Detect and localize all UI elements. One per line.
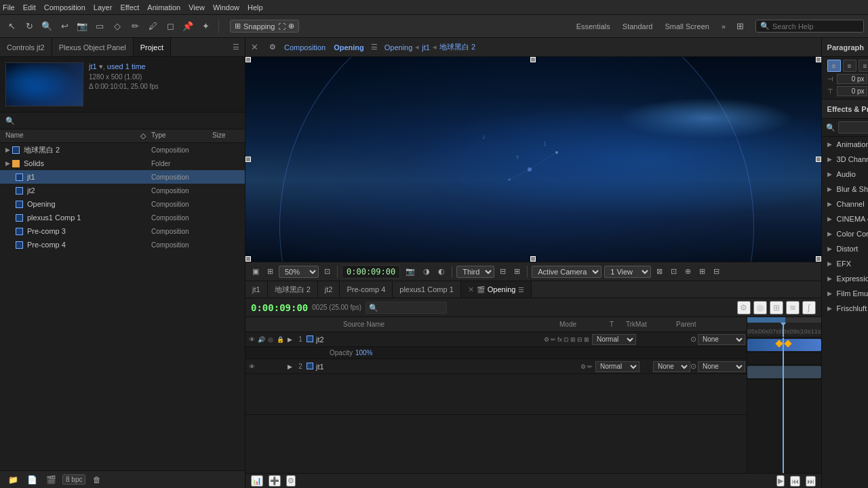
ep-cinema4d[interactable]: ▶ CINEMA 4D (822, 211, 868, 226)
tool-search[interactable]: 🔍 (39, 19, 54, 34)
view-mode-select[interactable]: Third Half Full (456, 266, 494, 278)
tl-tool-expressions[interactable]: ∫ (802, 301, 816, 314)
tool-undo[interactable]: ↩ (57, 19, 72, 34)
menu-view[interactable]: View (189, 3, 205, 12)
tool-mask-feather[interactable]: ◇ (110, 19, 125, 34)
opacity-val-1[interactable]: 100% (355, 349, 373, 357)
ep-channel[interactable]: ▶ Channel (822, 197, 868, 211)
tool-roto[interactable]: 🖊 (145, 19, 160, 34)
vt-grid[interactable]: ⊞ (511, 266, 523, 277)
menu-window[interactable]: Window (213, 3, 239, 12)
menu-help[interactable]: Help (248, 3, 263, 12)
handle-mt[interactable] (530, 57, 536, 62)
tl-tab-close[interactable]: ✕ (468, 285, 474, 294)
vt-fit[interactable]: ⊡ (321, 266, 333, 277)
new-comp-btn[interactable]: 🎬 (43, 472, 58, 487)
ep-animation-presets[interactable]: ▶ Animation Presets (822, 137, 868, 152)
views-select[interactable]: 1 View 2 Views (604, 266, 651, 278)
vt-safe-margins[interactable]: ⊟ (497, 266, 509, 277)
tl-tab-precomp4[interactable]: Pre-comp 4 (340, 281, 393, 298)
layer-trkmat-2[interactable]: None (653, 361, 690, 372)
project-search-input[interactable] (18, 115, 239, 126)
file-item[interactable]: ▶ Solids Folder (0, 157, 245, 170)
comp-name[interactable]: Opening (334, 43, 364, 52)
ws-more[interactable]: » (716, 21, 731, 32)
camera-select[interactable]: Active Camera (532, 266, 601, 278)
tab-project[interactable]: Project (134, 38, 171, 56)
tl-tool-solo[interactable]: ◎ (753, 301, 767, 314)
comp-menu-btn[interactable]: ☰ (368, 43, 380, 52)
ep-audio[interactable]: ▶ Audio (822, 167, 868, 182)
ws-essentials[interactable]: Essentials (571, 21, 616, 32)
handle-mb[interactable] (530, 256, 536, 262)
indent-left-input[interactable] (837, 74, 867, 84)
tl-bottom-home[interactable]: ⏮ (790, 476, 800, 487)
tl-tab-jt1[interactable]: jt1 (245, 281, 268, 298)
menu-edit[interactable]: Edit (23, 3, 36, 12)
help-search-box[interactable]: 🔍 (755, 20, 864, 33)
tl-tab-plexus[interactable]: plexus1 Comp 1 (393, 281, 461, 298)
menu-composition[interactable]: Composition (44, 3, 85, 12)
ws-standard[interactable]: Standard (617, 21, 658, 32)
menu-file[interactable]: File (3, 3, 15, 12)
new-item-btn[interactable]: 📄 (24, 472, 39, 487)
vt-color1[interactable]: ◑ (420, 266, 433, 277)
layer-solo-1[interactable]: ◎ (266, 335, 275, 344)
ep-frischluft[interactable]: ▶ Frischluft (822, 301, 868, 316)
layer-parent-1[interactable]: None (698, 334, 745, 345)
layer-collapse-2[interactable]: ▶ (285, 363, 294, 370)
tl-bottom-add[interactable]: ➕ (269, 475, 281, 487)
layer-lock-1[interactable]: 🔒 (275, 335, 285, 344)
file-item-plexus[interactable]: plexus1 Comp 1 Composition (0, 211, 245, 224)
file-item-opening[interactable]: Opening Composition (0, 197, 245, 211)
tool-mask-rect[interactable]: ▭ (92, 19, 107, 34)
ep-color-correction[interactable]: ▶ Color Correction (822, 226, 868, 241)
vt-toggle-overlay[interactable]: ⊕ (682, 266, 694, 277)
tl-tool-parent[interactable]: ⚙ (737, 301, 751, 314)
comp-settings-btn[interactable]: ⚙ (265, 40, 280, 55)
nav-jt1[interactable]: jt1 (422, 43, 430, 52)
layer-vis-2[interactable]: 👁 (247, 362, 256, 371)
effects-search[interactable]: 🔍 (822, 119, 868, 137)
panel-menu[interactable]: ☰ (227, 43, 245, 52)
file-item-jt1[interactable]: jt1 Composition (0, 170, 245, 184)
handle-mr[interactable] (816, 157, 821, 162)
tl-layer-row-1[interactable]: 👁 🔊 ◎ 🔒 ▶ 1 jt2 ⚙ ✏ fx (245, 332, 747, 347)
ep-blur-sharpen[interactable]: ▶ Blur & Sharpen (822, 182, 868, 197)
help-search-input[interactable] (772, 22, 861, 30)
tool-select[interactable]: ↖ (4, 19, 19, 34)
layer-parent-2[interactable]: None (698, 361, 745, 372)
new-folder-btn[interactable]: 📁 (5, 472, 20, 487)
tool-pin[interactable]: 📌 (180, 19, 195, 34)
zoom-select[interactable]: 50% 25% 100% (279, 266, 319, 278)
indent-top-input[interactable] (837, 86, 867, 96)
tl-tab-opening[interactable]: ✕ 🎬 Opening ☰ (461, 281, 532, 298)
layer-solo-2[interactable] (266, 362, 275, 371)
file-item-precomp3[interactable]: Pre-comp 3 Composition (0, 224, 245, 238)
ep-3d-channel[interactable]: ▶ 3D Channel (822, 152, 868, 167)
file-item[interactable]: ▶ 地球黑白 2 Composition (0, 143, 245, 157)
comp-close-btn[interactable]: ✕ (251, 42, 258, 52)
layer-vis-1[interactable]: 👁 (247, 335, 256, 344)
layer-lock-2[interactable] (275, 362, 285, 371)
tl-layer-row-2[interactable]: 👁 ▶ 2 jt1 ⚙ ✏ (245, 359, 747, 374)
ws-small-screen[interactable]: Small Screen (659, 21, 714, 32)
snap-toggle[interactable]: ⊞ Snapping ⛶ ⊕ (230, 20, 299, 33)
nav-chinese[interactable]: 地球黑白 2 (439, 42, 475, 52)
align-left-btn[interactable]: ≡ (827, 60, 841, 72)
tool-puppet[interactable]: ✦ (198, 19, 213, 34)
layer-audio-2[interactable] (256, 362, 266, 371)
align-center-btn[interactable]: ≡ (843, 60, 856, 72)
tl-search-input[interactable] (366, 302, 447, 314)
project-search[interactable]: 🔍 (0, 113, 245, 129)
tl-tool-motion-blur[interactable]: ≋ (786, 301, 800, 314)
vt-toggle-pixelaspect[interactable]: ⊠ (654, 266, 665, 277)
menu-layer[interactable]: Layer (94, 3, 113, 12)
tab-plexus[interactable]: Plexus Object Panel (52, 38, 134, 56)
ws-settings[interactable]: ⊞ (732, 19, 747, 34)
menu-animation[interactable]: Animation (147, 3, 180, 12)
vt-always-preview[interactable]: ▣ (250, 266, 262, 277)
tool-rotate[interactable]: ↻ (22, 19, 37, 34)
file-item-jt2[interactable]: jt2 Composition (0, 184, 245, 197)
handle-br[interactable] (816, 256, 821, 262)
